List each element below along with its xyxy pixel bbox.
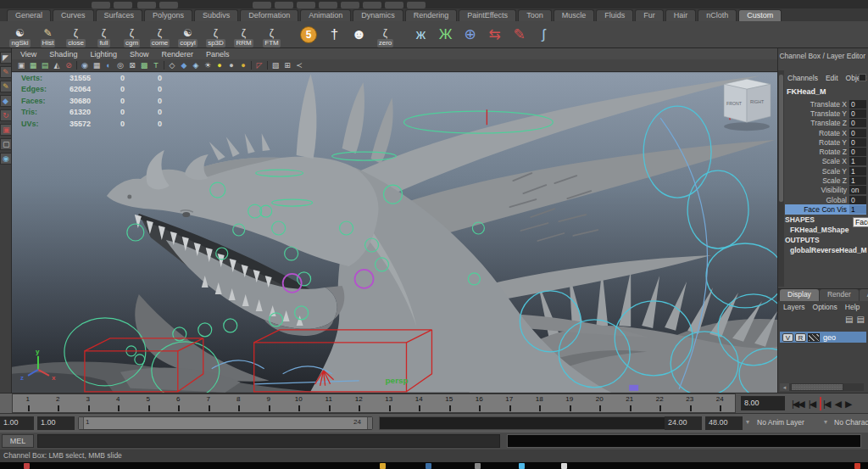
panel-menu[interactable]: View <box>20 50 36 59</box>
layer-row[interactable]: V R geo <box>780 332 866 343</box>
output-node-name[interactable]: globalReverseHead_M <box>790 246 867 254</box>
attribute-value-field[interactable]: 1 <box>849 205 866 214</box>
taskbar-icon[interactable] <box>561 463 567 469</box>
play-forwards-button[interactable]: ▶ <box>845 397 852 410</box>
character-field[interactable] <box>379 416 681 430</box>
bookmark-icon[interactable]: ▤ <box>40 60 50 71</box>
shelf-tab[interactable]: Hair <box>665 9 697 21</box>
attribute-row[interactable]: Scale X 1 <box>785 157 866 166</box>
layer-editor-menu[interactable]: Layers <box>783 303 805 311</box>
attribute-value-field[interactable]: 1 <box>849 167 866 176</box>
panel-menu[interactable]: Panels <box>206 50 230 59</box>
layer-visibility-toggle[interactable]: V <box>782 333 793 342</box>
taskbar-icon[interactable] <box>854 463 860 469</box>
timeline-frame[interactable]: 8 <box>224 394 254 412</box>
attribute-value-field[interactable]: 0 <box>849 119 866 127</box>
toolbar-separator[interactable] <box>75 60 78 70</box>
scrollbar-thumb[interactable] <box>791 383 843 391</box>
timeline-frame[interactable]: 2 <box>43 394 74 412</box>
panel-menu[interactable]: Renderer <box>161 50 193 59</box>
gate-mask-icon[interactable]: ⊠ <box>127 60 137 71</box>
chevron-down-icon[interactable]: ▾ <box>746 418 749 426</box>
clip-cube-icon[interactable]: ⊞ <box>282 60 292 71</box>
taskbar-icon[interactable] <box>380 463 386 469</box>
shelf-tab[interactable]: Surfaces <box>96 9 143 21</box>
timeline-frame[interactable]: 17 <box>494 394 525 412</box>
attribute-name[interactable]: Rotate Y <box>785 138 849 147</box>
timeline-frame[interactable]: 7 <box>193 394 224 412</box>
time-slider[interactable]: 1 2 3 4 5 <box>12 394 736 413</box>
timeline-frame[interactable]: 6 <box>164 394 194 412</box>
new-empty-layer-icon[interactable]: ▤ <box>845 314 853 326</box>
shelf-tab[interactable]: Toon <box>518 9 552 21</box>
image-plane-icon[interactable]: ◭ <box>52 60 62 71</box>
anim-layer-dropdown[interactable]: No Anim Layer <box>757 418 804 427</box>
taskbar-icon[interactable] <box>24 463 30 469</box>
step-back-frame-button[interactable]: |◀ <box>820 397 831 410</box>
layer-editor-tab[interactable]: Render <box>820 289 859 301</box>
attribute-row[interactable]: Global 0 <box>785 195 866 204</box>
timeline-frame[interactable]: 16 <box>465 394 495 412</box>
lasso-tool-icon[interactable]: ✎ <box>0 66 12 78</box>
attribute-row[interactable]: Translate X 0 <box>785 99 866 109</box>
shelf-tab[interactable]: Dynamics <box>353 9 403 21</box>
layer-editor-menu[interactable]: Options <box>813 303 837 311</box>
channel-box-menu[interactable]: Edit <box>826 74 838 82</box>
attribute-value-field[interactable]: 0 <box>849 196 866 204</box>
attribute-name[interactable]: Translate Z <box>785 119 849 127</box>
panel-menu[interactable]: Show <box>130 50 149 59</box>
shelf-tab[interactable]: Muscle <box>554 9 595 21</box>
attribute-value-field[interactable]: on <box>849 186 866 194</box>
camera-attributes-icon[interactable]: ▦ <box>28 60 38 71</box>
go-to-start-button[interactable]: |◀◀ <box>792 397 805 410</box>
attribute-row[interactable]: Rotate Y 0 <box>785 137 866 147</box>
scroll-left-arrow-icon[interactable]: ◂ <box>780 383 789 391</box>
scrollbar-thumb[interactable] <box>779 75 783 202</box>
five-ball-button[interactable]: 5 <box>296 22 321 47</box>
new-layer-from-selected-icon[interactable]: ▤ <box>857 314 865 326</box>
scale-tool-icon[interactable]: ▣ <box>0 124 12 136</box>
rotate-tool-icon[interactable]: ↻ <box>0 109 12 121</box>
zero-button[interactable]: ζ zero <box>372 22 398 47</box>
shelf-tab[interactable]: Rendering <box>405 9 458 21</box>
cursor-box-icon[interactable]: ◸ <box>254 60 264 71</box>
attribute-name[interactable]: Scale Y <box>785 167 849 176</box>
timeline-frame[interactable]: 5 <box>133 394 164 412</box>
shelf-tab[interactable]: PaintEffects <box>459 9 516 21</box>
move-tool-icon[interactable]: ◆ <box>0 95 12 107</box>
timeline-frame[interactable]: 11 <box>314 394 344 412</box>
copyl-button[interactable]: ☯ copyl <box>175 22 201 47</box>
attribute-value-field[interactable]: 0 <box>849 129 866 137</box>
rig-mirror-button[interactable]: ⇆ <box>483 22 506 47</box>
timeline-frame[interactable]: 1 <box>13 394 43 412</box>
timeline-frame[interactable]: 13 <box>374 394 404 412</box>
attribute-row[interactable]: Scale Y 1 <box>785 166 866 176</box>
timeline-frame[interactable]: 20 <box>585 394 615 412</box>
shelf-tab[interactable]: Animation <box>300 9 351 21</box>
attribute-value-field[interactable]: 1 <box>849 176 866 185</box>
no-camera-icon[interactable]: ⊘ <box>64 60 74 71</box>
gold-sphere-icon[interactable]: ● <box>238 60 248 71</box>
timeline-frame[interactable]: 3 <box>73 394 103 412</box>
timeline-frame[interactable]: 19 <box>554 394 585 412</box>
layer-editor-tab[interactable]: Ani <box>860 289 868 301</box>
filmstrip-icon[interactable]: ▦ <box>92 60 102 71</box>
shelf-tab[interactable]: General <box>7 9 51 21</box>
ftm-button[interactable]: ζ FTM <box>259 22 285 47</box>
attribute-name[interactable]: Scale Z <box>785 176 849 185</box>
layer-editor-menu[interactable]: Help <box>845 303 860 311</box>
timeline-frame[interactable]: 23 <box>675 394 705 412</box>
timeline-frame[interactable]: 18 <box>525 394 555 412</box>
target-icon[interactable]: ◎ <box>115 60 125 71</box>
timeline-frame[interactable]: 24 <box>705 394 736 412</box>
paint-select-tool-icon[interactable]: ✎ <box>0 81 12 92</box>
current-frame-field[interactable]: 8.00 <box>741 396 785 410</box>
select-box-icon[interactable]: ▢ <box>0 138 12 150</box>
timeline-frame[interactable]: 22 <box>645 394 676 412</box>
attribute-value-field[interactable]: 0 <box>849 100 866 109</box>
text-icon[interactable]: T <box>151 60 161 71</box>
t-pose-button[interactable]: † <box>323 22 346 47</box>
rig-joints-button[interactable]: Ж <box>434 22 457 47</box>
attribute-row[interactable]: Translate Y 0 <box>785 109 866 118</box>
checker-icon[interactable]: ▩ <box>139 60 149 71</box>
